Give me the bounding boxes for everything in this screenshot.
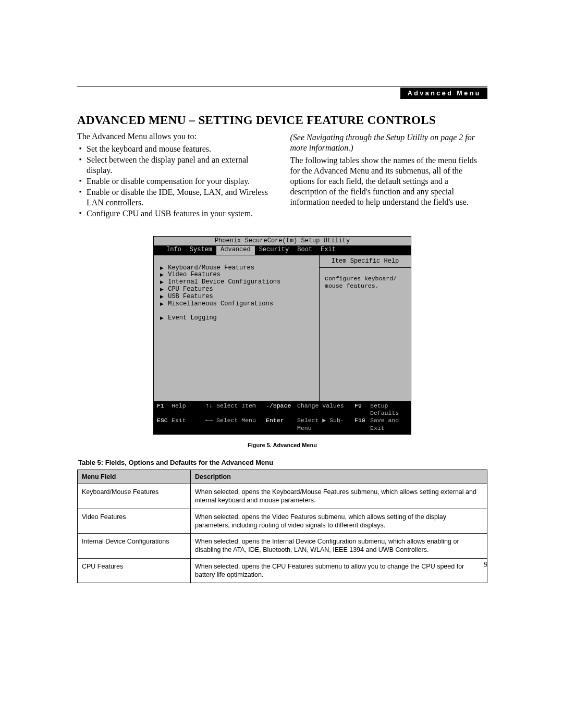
key-label: Save and Exit xyxy=(370,417,408,432)
submenu-arrow-icon: ▶ xyxy=(159,294,164,299)
bios-menu-item[interactable]: ▶ USB Features xyxy=(159,293,315,301)
page-title: ADVANCED MENU – SETTING DEVICE FEATURE C… xyxy=(77,114,487,127)
bios-help-panel: Item Specific Help Configures keyboard/ … xyxy=(320,255,411,401)
bullet-item: Enable or disable compensation for your … xyxy=(79,176,275,187)
key-label: Exit xyxy=(172,417,202,432)
cell-field: Keyboard/Mouse Features xyxy=(78,484,191,509)
table-caption: Table 5: Fields, Options and Defaults fo… xyxy=(78,459,487,466)
cell-desc: When selected, opens the Internal Device… xyxy=(191,534,487,559)
table-row: Keyboard/Mouse Features When selected, o… xyxy=(78,484,487,509)
content: ADVANCED MENU – SETTING DEVICE FEATURE C… xyxy=(77,114,487,583)
bios-menu-item[interactable]: ▶ Event Logging xyxy=(159,315,315,322)
bios-tab-boot[interactable]: Boot xyxy=(293,246,316,255)
description-para: The following tables show the names of t… xyxy=(290,155,488,207)
left-column: The Advanced Menu allows you to: Set the… xyxy=(77,130,275,219)
table-row: Video Features When selected, opens the … xyxy=(78,509,487,534)
figure-caption: Figure 5. Advanced Menu xyxy=(77,442,487,448)
key-f9: F9 xyxy=(354,402,370,417)
key-f1: F1 xyxy=(157,402,172,417)
table-row: CPU Features When selected, opens the CP… xyxy=(78,558,487,583)
cell-field: Video Features xyxy=(78,509,191,534)
submenu-arrow-icon: ▶ xyxy=(159,315,164,320)
feature-bullets: Set the keyboard and mouse features. Sel… xyxy=(77,144,275,219)
submenu-arrow-icon: ▶ xyxy=(159,301,164,306)
bios-help-text: Configures keyboard/ mouse features. xyxy=(320,268,411,292)
key-label: Select ▶ Sub-Menu xyxy=(297,417,354,432)
fields-table: Menu Field Description Keyboard/Mouse Fe… xyxy=(77,470,487,583)
table-head-field: Menu Field xyxy=(78,470,191,484)
key-label: Setup Defaults xyxy=(370,402,408,417)
section-tab: Advanced Menu xyxy=(400,88,487,99)
bios-screenshot: Phoenix SecureCore(tm) Setup Utility Inf… xyxy=(153,236,411,435)
cell-desc: When selected, opens the Keyboard/Mouse … xyxy=(191,484,487,509)
bios-menu-item[interactable]: ▶ Miscellaneous Configurations xyxy=(159,301,315,308)
cell-field: Internal Device Configurations xyxy=(78,534,191,559)
top-rule: Advanced Menu xyxy=(77,86,487,87)
two-column-text: The Advanced Menu allows you to: Set the… xyxy=(77,130,487,219)
key-label: Select Item xyxy=(216,402,266,417)
bios-tab-security[interactable]: Security xyxy=(255,246,293,255)
key-esc: ESC xyxy=(157,417,172,432)
cell-field: CPU Features xyxy=(78,558,191,583)
see-note: (See Navigating through the Setup Utilit… xyxy=(290,132,488,153)
bios-tab-info[interactable]: Info xyxy=(154,246,186,255)
key-f10: F10 xyxy=(354,417,370,432)
submenu-arrow-icon: ▶ xyxy=(159,279,164,285)
bios-menu-panel: ▶ Keyboard/Mouse Features ▶ Video Featur… xyxy=(154,255,320,401)
bios-tab-advanced[interactable]: Advanced xyxy=(216,246,255,255)
bullet-item: Configure CPU and USB features in your s… xyxy=(79,208,275,219)
key-arrows-lr: ←→ xyxy=(202,417,216,432)
submenu-arrow-icon: ▶ xyxy=(159,287,164,292)
submenu-arrow-icon: ▶ xyxy=(159,272,164,277)
bullet-item: Set the keyboard and mouse features. xyxy=(79,144,275,154)
intro-text: The Advanced Menu allows you to: xyxy=(77,131,275,142)
bios-window: Phoenix SecureCore(tm) Setup Utility Inf… xyxy=(153,236,411,435)
key-label: Change Values xyxy=(297,402,354,417)
cell-desc: When selected, opens the CPU Features su… xyxy=(191,558,487,583)
bullet-item: Enable or disable the IDE, Mouse, LAN, a… xyxy=(79,187,275,208)
page: Advanced Menu ADVANCED MENU – SETTING DE… xyxy=(0,0,563,728)
table-head-desc: Description xyxy=(191,470,487,484)
page-number: 9 xyxy=(484,561,487,569)
bios-body: ▶ Keyboard/Mouse Features ▶ Video Featur… xyxy=(154,255,411,401)
key-enter: Enter xyxy=(266,417,297,432)
bios-title: Phoenix SecureCore(tm) Setup Utility xyxy=(154,237,411,246)
bios-tab-system[interactable]: System xyxy=(186,246,216,255)
bullet-item: Select between the display panel and an … xyxy=(79,155,275,176)
key-label: Select Menu xyxy=(216,417,266,432)
bios-menu-item[interactable]: ▶ Video Features xyxy=(159,272,315,279)
key-space: -/Space xyxy=(266,402,297,417)
bios-help-title: Item Specific Help xyxy=(320,255,411,268)
bios-footer: F1 Help ↑↓ Select Item -/Space Change Va… xyxy=(154,401,411,435)
bios-menu-item[interactable]: ▶ Keyboard/Mouse Features xyxy=(159,265,315,272)
key-label: Help xyxy=(172,402,202,417)
cell-desc: When selected, opens the Video Features … xyxy=(191,509,487,534)
right-column: (See Navigating through the Setup Utilit… xyxy=(290,130,488,219)
bios-tab-exit[interactable]: Exit xyxy=(316,246,340,255)
bios-menu-item[interactable]: ▶ Internal Device Configurations xyxy=(159,279,315,286)
submenu-arrow-icon: ▶ xyxy=(159,265,164,270)
table-row: Internal Device Configurations When sele… xyxy=(78,534,487,559)
key-arrows-ud: ↑↓ xyxy=(202,402,216,417)
bios-menu-item[interactable]: ▶ CPU Features xyxy=(159,286,315,293)
bios-tab-bar: Info System Advanced Security Boot Exit xyxy=(154,246,411,255)
